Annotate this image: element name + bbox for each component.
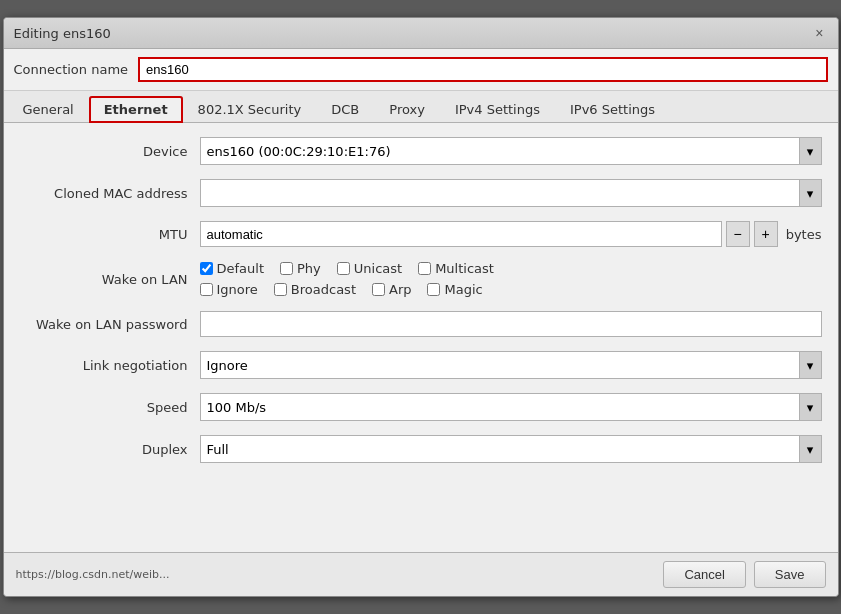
checkbox-unicast[interactable]: Unicast	[337, 261, 402, 276]
device-label: Device	[20, 144, 200, 159]
tab-ipv4-settings[interactable]: IPv4 Settings	[440, 96, 555, 123]
wake-on-lan-row: Wake on LAN Default Phy	[20, 261, 822, 297]
duplex-control: Full ▾	[200, 435, 822, 463]
wake-on-lan-control: Default Phy Unicast Multicast	[200, 261, 822, 297]
cloned-mac-value	[201, 180, 799, 206]
tab-8021x-security[interactable]: 802.1X Security	[183, 96, 317, 123]
wake-on-lan-password-row: Wake on LAN password	[20, 311, 822, 337]
cloned-mac-select-wrapper[interactable]: ▾	[200, 179, 822, 207]
checkbox-unicast-input[interactable]	[337, 262, 350, 275]
device-dropdown-arrow[interactable]: ▾	[799, 138, 821, 164]
checkbox-unicast-label: Unicast	[354, 261, 402, 276]
speed-control: 100 Mb/s ▾	[200, 393, 822, 421]
mtu-input-group: − + bytes	[200, 221, 822, 247]
checkbox-arp-label: Arp	[389, 282, 412, 297]
speed-value: 100 Mb/s	[201, 394, 799, 420]
checkbox-broadcast[interactable]: Broadcast	[274, 282, 356, 297]
tab-dcb[interactable]: DCB	[316, 96, 374, 123]
wake-on-lan-checkboxes: Default Phy Unicast Multicast	[200, 261, 494, 297]
link-negotiation-row: Link negotiation Ignore ▾	[20, 351, 822, 379]
checkbox-default[interactable]: Default	[200, 261, 265, 276]
link-negotiation-dropdown-arrow[interactable]: ▾	[799, 352, 821, 378]
tab-ipv6-settings[interactable]: IPv6 Settings	[555, 96, 670, 123]
duplex-value: Full	[201, 436, 799, 462]
checkbox-broadcast-input[interactable]	[274, 283, 287, 296]
mtu-input[interactable]	[200, 221, 722, 247]
wake-on-lan-line-2: Ignore Broadcast Arp Magic	[200, 282, 494, 297]
speed-row: Speed 100 Mb/s ▾	[20, 393, 822, 421]
connection-name-input[interactable]	[138, 57, 827, 82]
speed-select-wrapper[interactable]: 100 Mb/s ▾	[200, 393, 822, 421]
cloned-mac-dropdown-arrow[interactable]: ▾	[799, 180, 821, 206]
ethernet-tab-content: Device ens160 (00:0C:29:10:E1:76) ▾ Clon…	[4, 123, 838, 552]
tab-ethernet[interactable]: Ethernet	[89, 96, 183, 123]
title-bar: Editing ens160 ×	[4, 18, 838, 49]
checkbox-default-input[interactable]	[200, 262, 213, 275]
cloned-mac-row: Cloned MAC address ▾	[20, 179, 822, 207]
connection-name-row: Connection name	[4, 49, 838, 91]
checkbox-default-label: Default	[217, 261, 265, 276]
checkbox-magic-label: Magic	[444, 282, 482, 297]
checkbox-magic[interactable]: Magic	[427, 282, 482, 297]
cloned-mac-label: Cloned MAC address	[20, 186, 200, 201]
mtu-plus-button[interactable]: +	[754, 221, 778, 247]
speed-dropdown-arrow[interactable]: ▾	[799, 394, 821, 420]
dialog-title: Editing ens160	[14, 26, 111, 41]
checkbox-magic-input[interactable]	[427, 283, 440, 296]
device-row: Device ens160 (00:0C:29:10:E1:76) ▾	[20, 137, 822, 165]
duplex-row: Duplex Full ▾	[20, 435, 822, 463]
mtu-row: MTU − + bytes	[20, 221, 822, 247]
tab-general[interactable]: General	[8, 96, 89, 123]
mtu-unit: bytes	[786, 227, 822, 242]
link-negotiation-label: Link negotiation	[20, 358, 200, 373]
checkbox-ignore[interactable]: Ignore	[200, 282, 258, 297]
checkbox-arp[interactable]: Arp	[372, 282, 412, 297]
checkbox-multicast-input[interactable]	[418, 262, 431, 275]
bottom-bar: https://blog.csdn.net/weib... Cancel Sav…	[4, 552, 838, 596]
link-negotiation-select-wrapper[interactable]: Ignore ▾	[200, 351, 822, 379]
checkbox-multicast[interactable]: Multicast	[418, 261, 494, 276]
mtu-control: − + bytes	[200, 221, 822, 247]
checkbox-broadcast-label: Broadcast	[291, 282, 356, 297]
device-control: ens160 (00:0C:29:10:E1:76) ▾	[200, 137, 822, 165]
link-negotiation-control: Ignore ▾	[200, 351, 822, 379]
checkbox-ignore-label: Ignore	[217, 282, 258, 297]
save-button[interactable]: Save	[754, 561, 826, 588]
tab-proxy[interactable]: Proxy	[374, 96, 440, 123]
wake-on-lan-label: Wake on LAN	[20, 272, 200, 287]
wake-on-lan-password-input[interactable]	[200, 311, 822, 337]
wake-on-lan-password-control	[200, 311, 822, 337]
dialog: Editing ens160 × Connection name General…	[3, 17, 839, 597]
mtu-label: MTU	[20, 227, 200, 242]
connection-name-label: Connection name	[14, 62, 129, 77]
duplex-select-wrapper[interactable]: Full ▾	[200, 435, 822, 463]
checkbox-arp-input[interactable]	[372, 283, 385, 296]
mtu-minus-button[interactable]: −	[726, 221, 750, 247]
duplex-dropdown-arrow[interactable]: ▾	[799, 436, 821, 462]
speed-label: Speed	[20, 400, 200, 415]
device-value: ens160 (00:0C:29:10:E1:76)	[201, 138, 799, 164]
duplex-label: Duplex	[20, 442, 200, 457]
cloned-mac-control: ▾	[200, 179, 822, 207]
link-negotiation-value: Ignore	[201, 352, 799, 378]
status-url: https://blog.csdn.net/weib...	[16, 568, 656, 581]
wake-on-lan-line-1: Default Phy Unicast Multicast	[200, 261, 494, 276]
wake-on-lan-password-label: Wake on LAN password	[20, 317, 200, 332]
tab-bar: General Ethernet 802.1X Security DCB Pro…	[4, 91, 838, 123]
checkbox-phy[interactable]: Phy	[280, 261, 321, 276]
device-select-wrapper[interactable]: ens160 (00:0C:29:10:E1:76) ▾	[200, 137, 822, 165]
checkbox-ignore-input[interactable]	[200, 283, 213, 296]
cancel-button[interactable]: Cancel	[663, 561, 745, 588]
checkbox-phy-input[interactable]	[280, 262, 293, 275]
checkbox-multicast-label: Multicast	[435, 261, 494, 276]
checkbox-phy-label: Phy	[297, 261, 321, 276]
close-button[interactable]: ×	[811, 24, 827, 42]
